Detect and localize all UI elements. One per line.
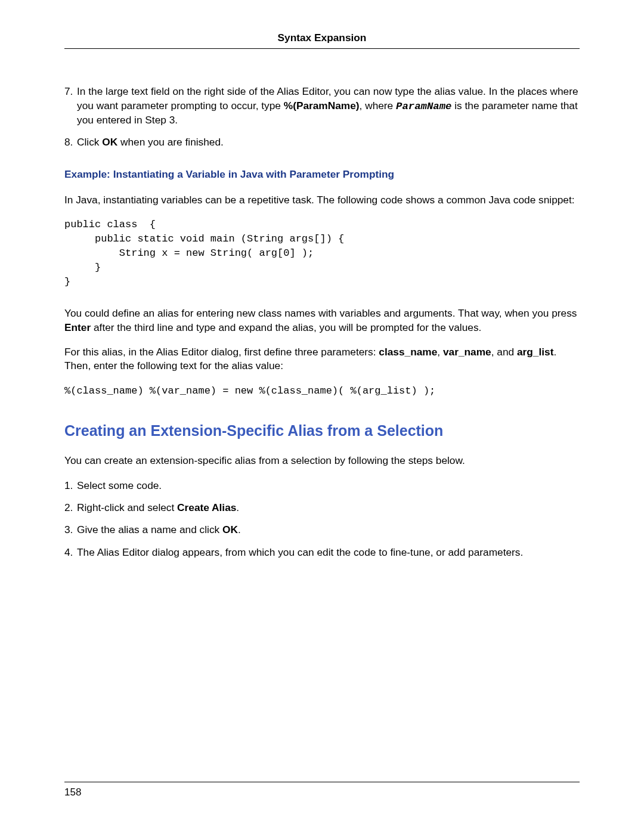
page-footer: 158 bbox=[64, 782, 580, 800]
step-text: Give the alias a name and click bbox=[77, 524, 222, 535]
step-number: 4. bbox=[64, 546, 73, 559]
step-text: when you are finished. bbox=[117, 136, 224, 148]
step-7: 7. In the large text field on the right … bbox=[64, 85, 580, 127]
text: after the third line and type and expand… bbox=[91, 321, 481, 333]
text: , bbox=[437, 346, 443, 358]
header-title: Syntax Expansion bbox=[278, 32, 367, 44]
inline-bold: class_name bbox=[379, 346, 437, 358]
step-3: 3. Give the alias a name and click OK. bbox=[64, 523, 580, 537]
step-number: 8. bbox=[64, 135, 73, 149]
steps-list-2: 1. Select some code. 2. Right-click and … bbox=[64, 479, 580, 559]
step-text: The Alias Editor dialog appears, from wh… bbox=[77, 546, 523, 558]
step-text: Click bbox=[77, 136, 102, 148]
inline-bold: arg_list bbox=[517, 346, 553, 358]
inline-bold: Enter bbox=[64, 321, 91, 333]
page-number: 158 bbox=[64, 786, 81, 798]
inline-bold: Create Alias bbox=[177, 501, 236, 513]
text: , and bbox=[491, 346, 517, 358]
paragraph: You could define an alias for entering n… bbox=[64, 306, 580, 335]
step-2: 2. Right-click and select Create Alias. bbox=[64, 501, 580, 515]
page-header: Syntax Expansion bbox=[64, 31, 580, 49]
step-text: . bbox=[236, 501, 239, 513]
paragraph: In Java, instantiating variables can be … bbox=[64, 193, 580, 207]
section-heading: Creating an Extension-Specific Alias fro… bbox=[64, 421, 580, 441]
step-text: Right-click and select bbox=[77, 501, 177, 513]
step-4: 4. The Alias Editor dialog appears, from… bbox=[64, 546, 580, 559]
step-1: 1. Select some code. bbox=[64, 479, 580, 493]
step-8: 8. Click OK when you are finished. bbox=[64, 135, 580, 149]
inline-bold: OK bbox=[222, 524, 238, 535]
step-number: 3. bbox=[64, 523, 73, 537]
step-text: , where bbox=[360, 100, 396, 112]
paragraph: You can create an extension-specific ali… bbox=[64, 454, 580, 467]
example-heading: Example: Instantiating a Variable in Jav… bbox=[64, 168, 580, 181]
code-block-1: public class { public static void main (… bbox=[64, 218, 580, 289]
inline-bold: %(ParamName) bbox=[284, 100, 360, 112]
page: Syntax Expansion 7. In the large text fi… bbox=[0, 0, 644, 833]
text: You could define an alias for entering n… bbox=[64, 307, 577, 319]
paragraph: For this alias, in the Alias Editor dial… bbox=[64, 345, 580, 373]
text: For this alias, in the Alias Editor dial… bbox=[64, 346, 379, 358]
step-text: Select some code. bbox=[77, 479, 162, 491]
step-number: 7. bbox=[64, 85, 73, 98]
steps-list-1: 7. In the large text field on the right … bbox=[64, 85, 580, 149]
inline-bold: var_name bbox=[443, 346, 491, 358]
step-number: 1. bbox=[64, 479, 73, 493]
step-number: 2. bbox=[64, 501, 73, 515]
code-block-2: %(class_name) %(var_name) = new %(class_… bbox=[64, 384, 580, 398]
inline-code: ParamName bbox=[396, 101, 451, 112]
inline-bold: OK bbox=[102, 136, 117, 148]
step-text: . bbox=[238, 524, 241, 535]
